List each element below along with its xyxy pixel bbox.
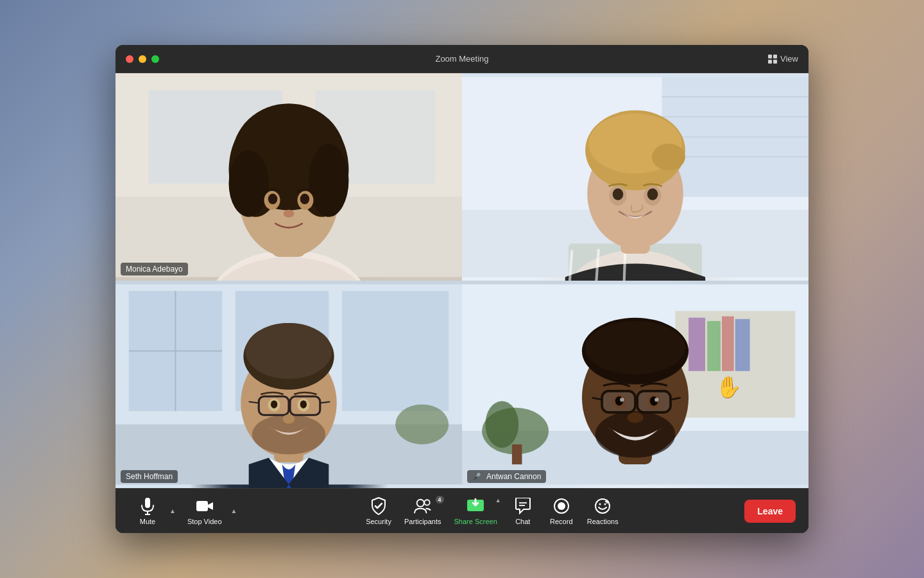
- minimize-button[interactable]: [139, 55, 146, 63]
- traffic-lights: [126, 55, 159, 63]
- participant-video-monica: [116, 73, 462, 281]
- stop-video-button[interactable]: Stop Video: [181, 495, 228, 528]
- toolbar-left: Mute ▲ Stop Video ▲: [128, 495, 239, 528]
- share-screen-icon: [466, 497, 484, 515]
- svg-point-100: [628, 412, 644, 423]
- svg-point-64: [283, 414, 295, 424]
- participant-name-antwan: Antwan Cannon: [486, 472, 541, 481]
- security-icon: [370, 497, 388, 515]
- stop-video-label: Stop Video: [187, 518, 222, 525]
- participant-tile-antwan: ✋ 🎤 Antwan Cannon: [462, 281, 809, 488]
- svg-rect-70: [707, 321, 721, 371]
- mute-button[interactable]: Mute: [128, 495, 167, 528]
- toolbar-center: Security 4 Participants: [239, 495, 744, 528]
- share-screen-label: Share Screen: [454, 518, 497, 525]
- reactions-icon: [594, 497, 612, 515]
- record-button[interactable]: Record: [542, 495, 581, 528]
- mute-group: Mute ▲: [128, 495, 178, 528]
- video-chevron[interactable]: ▲: [228, 498, 240, 524]
- mute-chevron[interactable]: ▲: [167, 498, 178, 524]
- leave-button[interactable]: Leave: [744, 500, 796, 523]
- chat-button[interactable]: Chat: [504, 495, 542, 528]
- svg-point-17: [300, 193, 310, 204]
- grid-icon: [768, 55, 777, 64]
- svg-text:✋: ✋: [715, 374, 742, 400]
- svg-point-85: [585, 321, 685, 374]
- svg-rect-75: [512, 444, 522, 464]
- mute-label: Mute: [140, 518, 155, 525]
- participants-button[interactable]: 4 Participants: [398, 495, 447, 528]
- svg-point-98: [620, 398, 624, 401]
- zoom-window: Zoom Meeting View: [116, 45, 809, 533]
- reactions-label: Reactions: [587, 518, 619, 525]
- chevron-up-icon: ▲: [169, 507, 176, 514]
- reactions-button[interactable]: Reactions: [581, 495, 625, 528]
- svg-point-16: [268, 193, 278, 204]
- svg-point-18: [284, 209, 295, 217]
- toolbar-right: Leave: [744, 500, 796, 523]
- svg-rect-102: [145, 498, 150, 508]
- view-label: View: [780, 54, 798, 64]
- chat-icon: [514, 497, 532, 515]
- camera-icon: [196, 497, 214, 515]
- svg-point-115: [599, 503, 601, 505]
- name-label-seth: Seth Hoffman: [121, 470, 178, 483]
- titlebar: Zoom Meeting View: [116, 45, 809, 73]
- participant-video-second: [462, 73, 809, 281]
- svg-rect-71: [722, 317, 734, 371]
- svg-point-99: [654, 398, 658, 401]
- svg-point-39: [613, 188, 624, 200]
- participants-icon: [414, 497, 432, 515]
- svg-point-36: [652, 144, 685, 171]
- svg-point-107: [424, 500, 429, 505]
- svg-point-40: [647, 188, 658, 200]
- security-button[interactable]: Security: [359, 495, 398, 528]
- svg-point-62: [271, 400, 277, 408]
- name-label-antwan: 🎤 Antwan Cannon: [467, 470, 546, 483]
- svg-point-53: [246, 323, 332, 379]
- svg-rect-72: [735, 319, 750, 371]
- record-label: Record: [550, 518, 572, 525]
- svg-point-13: [309, 144, 348, 217]
- participants-count-badge: 4: [436, 496, 444, 504]
- participant-video-antwan: ✋: [462, 281, 809, 488]
- close-button[interactable]: [126, 55, 133, 63]
- microphone-icon: [139, 497, 157, 515]
- svg-point-12: [229, 150, 269, 217]
- svg-point-116: [604, 503, 606, 505]
- svg-rect-105: [196, 501, 208, 511]
- muted-icon-antwan: 🎤: [472, 473, 481, 481]
- participant-name-monica: Monica Adebayo: [126, 265, 183, 274]
- toolbar: Mute ▲ Stop Video ▲: [116, 488, 809, 533]
- svg-point-106: [416, 499, 424, 506]
- window-title: Zoom Meeting: [435, 54, 488, 64]
- svg-point-113: [558, 502, 565, 510]
- svg-rect-69: [689, 318, 705, 371]
- participant-tile-second: [462, 73, 809, 281]
- name-label-monica: Monica Adebayo: [121, 263, 188, 276]
- participant-video-seth: [116, 281, 462, 488]
- svg-point-74: [485, 401, 518, 448]
- participant-tile-seth: Seth Hoffman: [116, 281, 462, 488]
- chat-label: Chat: [515, 518, 530, 525]
- share-screen-button[interactable]: Share Screen ▲: [448, 495, 504, 528]
- participants-label: Participants: [404, 518, 441, 525]
- chevron-up-icon-2: ▲: [231, 507, 237, 514]
- video-grid: Monica Adebayo: [116, 73, 809, 488]
- svg-point-63: [300, 400, 307, 408]
- video-group: Stop Video ▲: [181, 495, 240, 528]
- maximize-button[interactable]: [151, 55, 159, 63]
- svg-rect-46: [342, 291, 449, 411]
- participant-tile-monica: Monica Adebayo: [116, 73, 462, 281]
- share-screen-chevron[interactable]: ▲: [495, 497, 501, 504]
- security-label: Security: [366, 518, 391, 525]
- participant-name-seth: Seth Hoffman: [126, 472, 173, 481]
- record-icon: [552, 497, 570, 515]
- svg-point-49: [395, 405, 449, 444]
- view-button[interactable]: View: [768, 54, 798, 64]
